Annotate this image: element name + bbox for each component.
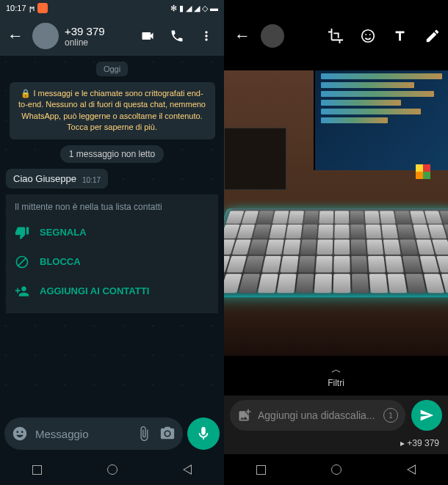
notification-icon (37, 3, 48, 13)
send-icon (419, 408, 434, 423)
status-bar (224, 0, 448, 16)
home-button[interactable] (331, 464, 342, 475)
encryption-notice[interactable]: 🔒 I messaggi e le chiamate sono crittogr… (10, 82, 215, 139)
emoji-icon[interactable] (12, 426, 28, 442)
mic-icon (195, 426, 212, 442)
chat-body[interactable]: Oggi 🔒 I messaggi e le chiamate sono cri… (0, 56, 224, 413)
add-person-icon (15, 284, 29, 299)
add-contact-label: AGGIUNGI AI CONTATTI (40, 285, 149, 296)
incoming-message[interactable]: Ciao Giuseppe 10:17 (6, 169, 108, 189)
report-label: SEGNALA (40, 227, 87, 238)
caption-placeholder: Aggiungi una didascalia... (258, 409, 377, 421)
more-menu-icon[interactable] (199, 29, 214, 43)
camera-icon[interactable] (159, 426, 176, 442)
block-button[interactable]: BLOCCA (15, 247, 209, 277)
view-once-icon[interactable]: 1 (383, 408, 398, 423)
send-button[interactable] (411, 400, 442, 431)
back-button[interactable] (183, 464, 192, 475)
svg-point-0 (362, 30, 375, 43)
editor-body: ︿ Filtri (224, 56, 448, 395)
add-contact-button[interactable]: AGGIUNGI AI CONTATTI (15, 277, 209, 306)
message-text: Ciao Giuseppe (13, 173, 76, 184)
contact-avatar[interactable] (32, 23, 59, 49)
video-call-icon[interactable] (140, 29, 155, 43)
message-time: 10:17 (82, 176, 101, 184)
date-chip: Oggi (96, 62, 128, 76)
back-arrow-icon[interactable]: ← (231, 23, 253, 48)
input-placeholder: Messaggio (35, 428, 129, 440)
status-time: 10:17 (6, 4, 26, 12)
block-label: BLOCCA (40, 256, 81, 267)
voice-call-icon[interactable] (170, 29, 184, 43)
m-icon: ϻ (29, 4, 35, 13)
whatsapp-chat-screen: 10:17 ϻ ✻▮◢◢◇▬ ← +39 379 online Oggi 🔒 I… (0, 0, 224, 485)
report-button[interactable]: SEGNALA (15, 218, 209, 247)
filters-toggle[interactable]: ︿ Filtri (224, 359, 448, 395)
filters-label: Filtri (328, 378, 344, 388)
chat-header: ← +39 379 online (0, 16, 224, 56)
back-arrow-icon[interactable]: ← (4, 23, 26, 48)
message-input-bar: Messaggio (0, 413, 224, 454)
draw-tool-icon[interactable] (424, 28, 441, 44)
crop-icon[interactable] (328, 28, 344, 44)
recipient-avatar[interactable] (261, 24, 284, 48)
recipient-label: +39 379 (407, 438, 439, 448)
block-icon (15, 255, 29, 269)
photo-preview[interactable] (224, 70, 448, 356)
status-icons: ✻▮◢◢◇▬ (170, 4, 218, 13)
attach-icon[interactable] (136, 426, 152, 442)
message-input[interactable]: Messaggio (4, 417, 183, 450)
mic-button[interactable] (187, 417, 220, 450)
unknown-sender-notice: Il mittente non è nella tua lista contat… (15, 202, 209, 212)
caption-bar: Aggiungi una didascalia... 1 (224, 395, 448, 435)
image-editor-screen: ← ︿ Filtri (224, 0, 448, 485)
android-nav-bar (0, 454, 224, 485)
recipient-chip[interactable]: +39 379 (224, 435, 448, 454)
editor-header: ← (224, 16, 448, 56)
contact-phone: +39 379 (65, 25, 134, 37)
recents-button[interactable] (32, 465, 42, 475)
add-photo-icon[interactable] (237, 408, 252, 423)
back-button[interactable] (407, 464, 416, 475)
contact-info[interactable]: +39 379 online (65, 25, 134, 48)
android-nav-bar (224, 454, 448, 485)
unread-badge: 1 messaggio non letto (60, 145, 164, 163)
emoji-sticker-icon[interactable] (360, 28, 376, 44)
status-bar: 10:17 ϻ ✻▮◢◢◇▬ (0, 0, 224, 16)
unknown-sender-panel: Il mittente non è nella tua lista contat… (6, 194, 218, 313)
caption-input[interactable]: Aggiungi una didascalia... 1 (230, 400, 405, 431)
contact-status: online (65, 37, 134, 48)
chevron-up-icon: ︿ (224, 363, 448, 376)
home-button[interactable] (107, 464, 118, 475)
thumbs-down-icon (15, 225, 29, 240)
text-tool-icon[interactable] (392, 28, 408, 44)
svg-point-2 (369, 34, 371, 35)
recents-button[interactable] (256, 465, 266, 475)
svg-point-1 (365, 34, 366, 35)
